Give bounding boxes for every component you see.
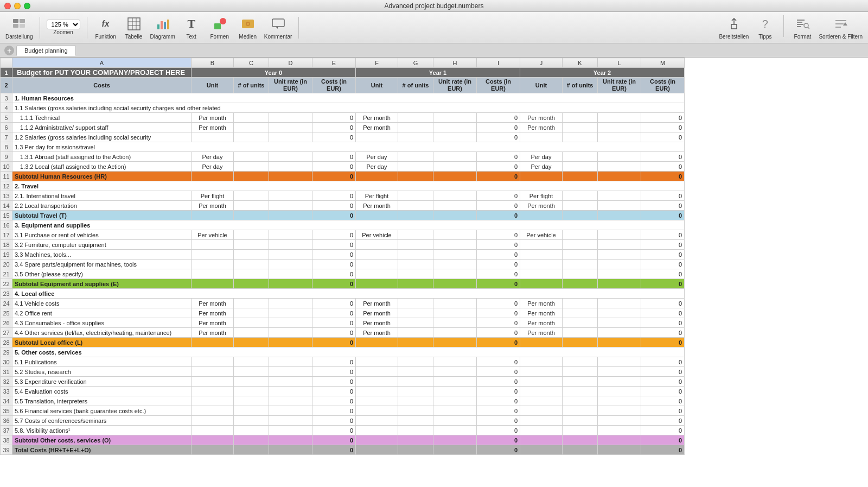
format-button[interactable]: Format <box>790 15 814 40</box>
col-header-m[interactable]: M <box>641 58 685 68</box>
costs-eur-header-0: Costs (in EUR) <box>312 78 356 93</box>
col-header-i[interactable]: I <box>477 58 520 68</box>
svg-marker-30 <box>843 22 847 26</box>
row-21: 21 3.5 Other (please specify) 0 0 0 <box>1 269 685 279</box>
spreadsheet-container: A B C D E F G H I J K L M 1 <box>0 58 868 487</box>
text-button[interactable]: T Text <box>180 15 203 40</box>
row5-costs1[interactable]: 0 <box>477 113 520 123</box>
year-1-header: Year 1 <box>356 68 520 78</box>
medien-label: Medien <box>239 34 257 40</box>
funktion-button[interactable]: fx Funktion <box>94 15 118 40</box>
maximize-button[interactable] <box>24 3 30 9</box>
kommentar-icon <box>270 15 287 33</box>
tabelle-button[interactable]: Tabelle <box>122 15 146 40</box>
sortieren-icon <box>832 15 850 33</box>
col-header-k[interactable]: K <box>563 58 598 68</box>
row5-costs0[interactable]: 0 <box>312 113 356 123</box>
row6-label[interactable]: 1.1.2 Administrative/ support staff <box>12 123 192 132</box>
tab-budget-planning[interactable]: Budget planning <box>16 45 76 56</box>
col-header-e[interactable]: E <box>312 58 356 68</box>
bereitstellen-icon <box>725 15 743 33</box>
sortieren-button[interactable]: Sortieren & Filtern <box>819 15 863 40</box>
window-controls[interactable] <box>4 3 30 9</box>
row-26: 26 4.3 Consumables - office supplies Per… <box>1 318 685 328</box>
svg-rect-0 <box>13 19 18 23</box>
row5-numunits2[interactable] <box>563 113 598 123</box>
svg-rect-4 <box>128 18 140 30</box>
divider-1 <box>40 17 40 39</box>
close-button[interactable] <box>4 3 11 9</box>
col-header-d[interactable]: D <box>269 58 312 68</box>
row6-unit0[interactable]: Per month <box>192 123 234 132</box>
row5-unitrate1[interactable] <box>433 113 477 123</box>
row5-label[interactable]: 1.1.1 Technical <box>12 113 192 123</box>
tipps-button[interactable]: ? Tipps <box>753 15 777 40</box>
unitrate-header-2: Unit rate (in EUR) <box>598 78 641 93</box>
col-header-h[interactable]: H <box>433 58 477 68</box>
row5-unit1[interactable]: Per month <box>356 113 398 123</box>
unit-header-1: Unit <box>356 78 398 93</box>
year-2-header: Year 2 <box>520 68 685 78</box>
svg-rect-12 <box>167 20 169 29</box>
row4-label: 1.1 Salaries (gross salaries including s… <box>12 103 685 113</box>
column-header-row: A B C D E F G H I J K L M <box>1 58 685 68</box>
add-sheet-button[interactable]: + <box>4 46 14 55</box>
kommentar-button[interactable]: Kommentar <box>264 15 292 40</box>
svg-rect-1 <box>20 19 25 23</box>
row-17: 17 3.1 Purchase or rent of vehicles Per … <box>1 230 685 240</box>
row5-numunits0[interactable] <box>234 113 269 123</box>
medien-button[interactable]: Medien <box>236 15 260 40</box>
svg-rect-13 <box>214 23 221 29</box>
tipps-icon: ? <box>756 15 774 33</box>
subtotal-equip-label: Subtotal Equipment and supplies (E) <box>12 279 192 289</box>
sheet-table-wrapper[interactable]: A B C D E F G H I J K L M 1 <box>0 58 868 487</box>
row5-unitrate0[interactable] <box>269 113 312 123</box>
row-22-subtotal-equip: 22 Subtotal Equipment and supplies (E) 0… <box>1 279 685 289</box>
row-3: 3 1. Human Resources <box>1 93 685 103</box>
medien-icon <box>239 15 257 33</box>
kommentar-label: Kommentar <box>264 34 292 40</box>
toolbar-right: Bereitstellen ? Tipps Format Sortieren &… <box>719 15 863 40</box>
subtotal-local-label: Subtotal Local office (L) <box>12 338 192 347</box>
year-0-header: Year 0 <box>192 68 356 78</box>
row9-label[interactable]: 1.3.1 Abroad (staff assigned to the Acti… <box>12 152 192 162</box>
row5-costs2[interactable]: 0 <box>641 113 685 123</box>
row5-unit0[interactable]: Per month <box>192 113 234 123</box>
col-header-a[interactable]: A <box>12 58 192 68</box>
col-header-l[interactable]: L <box>598 58 641 68</box>
row10-label[interactable]: 1.3.2 Local (staff assigned to the Actio… <box>12 162 192 172</box>
row6-unit2[interactable]: Per month <box>520 123 563 132</box>
darstellung-button[interactable]: Darstellung <box>5 15 33 40</box>
units-header-0: # of units <box>234 78 269 93</box>
formen-button[interactable]: Formen <box>208 15 232 40</box>
title-row: 1 Budget for PUT YOUR COMPANY/PROJECT HE… <box>1 68 685 78</box>
svg-rect-24 <box>797 26 801 27</box>
bereitstellen-label: Bereitstellen <box>719 34 749 40</box>
row-16: 16 3. Equipment and supplies <box>1 220 685 230</box>
tabelle-label: Tabelle <box>125 34 143 40</box>
costs-eur-header-1: Costs (in EUR) <box>477 78 520 93</box>
unitrate-header-0: Unit rate (in EUR) <box>269 78 312 93</box>
col-header-j[interactable]: J <box>520 58 563 68</box>
svg-rect-22 <box>797 22 802 23</box>
col-header-c[interactable]: C <box>234 58 269 68</box>
row5-unitrate2[interactable] <box>598 113 641 123</box>
col-header-b[interactable]: B <box>192 58 234 68</box>
row-12: 12 2. Travel <box>1 181 685 191</box>
bereitstellen-button[interactable]: Bereitstellen <box>719 15 749 40</box>
row7-label[interactable]: 1.2 Salaries (gross salaries including s… <box>12 132 192 142</box>
col-header-g[interactable]: G <box>398 58 433 68</box>
row-34: 34 5.5 Translation, interpreters 0 0 0 <box>1 396 685 406</box>
row6-unit1[interactable]: Per month <box>356 123 398 132</box>
tabelle-icon <box>125 15 143 33</box>
row-18: 18 3.2 Furniture, computer equipment 0 0… <box>1 240 685 250</box>
zoom-select[interactable]: 125 % 100 % 75 % <box>47 20 80 29</box>
diagramm-button[interactable]: Diagramm <box>150 15 175 40</box>
row-25: 25 4.2 Office rent Per month 0 Per month… <box>1 308 685 318</box>
funktion-icon: fx <box>97 15 114 33</box>
row-7: 7 1.2 Salaries (gross salaries including… <box>1 132 685 142</box>
row5-numunits1[interactable] <box>398 113 433 123</box>
row5-unit2[interactable]: Per month <box>520 113 563 123</box>
minimize-button[interactable] <box>14 3 21 9</box>
col-header-f[interactable]: F <box>356 58 398 68</box>
